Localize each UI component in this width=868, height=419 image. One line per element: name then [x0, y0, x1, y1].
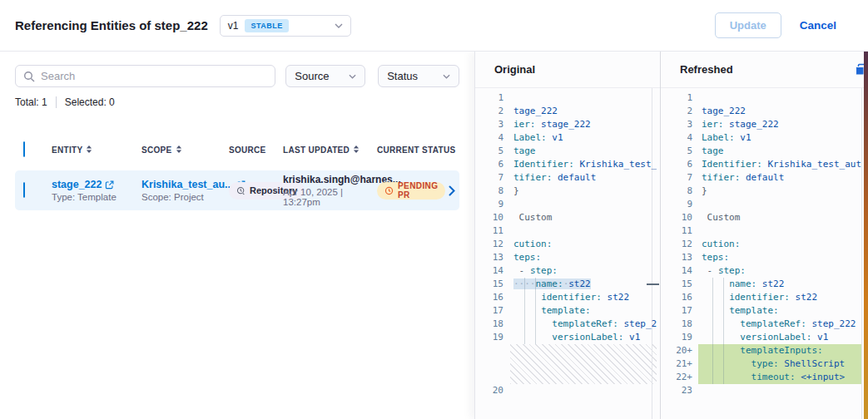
code-line: 12cution: — [661, 238, 868, 251]
background-page-edge — [864, 52, 868, 419]
update-button[interactable]: Update — [715, 12, 781, 38]
code-line: 6Identifier: Krishika_test_aut — [475, 158, 660, 171]
refreshed-title: Refreshed — [680, 63, 733, 76]
code-line: 5tage — [661, 145, 868, 158]
search-input[interactable] — [41, 70, 267, 82]
code-line: 1 — [661, 91, 868, 105]
version-select[interactable]: v1 STABLE — [220, 15, 351, 37]
version-label: v1 — [228, 20, 239, 32]
divider — [56, 96, 57, 108]
status-filter-label: Status — [387, 70, 418, 82]
chevron-down-icon — [335, 23, 343, 28]
column-source: SOURCE — [229, 145, 266, 155]
code-line: 20 — [475, 384, 660, 397]
external-link-icon[interactable] — [105, 180, 114, 190]
code-line: 1 — [475, 91, 660, 105]
page-title: Referencing Entities of step_222 — [15, 18, 208, 32]
clock-icon — [384, 186, 394, 195]
code-line: 18 templateRef: step_222 — [475, 318, 660, 331]
refreshed-code-editor[interactable]: 12tage_2223ier: stage_2224Label: v15tage… — [661, 88, 868, 419]
column-current-status: CURRENT STATUS — [377, 145, 455, 155]
row-checkbox[interactable] — [23, 182, 25, 198]
cancel-button[interactable]: Cancel — [800, 19, 836, 32]
total-count: Total: 1 — [15, 96, 47, 108]
entities-panel: Source Status Total: 1 Selected: 0 ENTIT… — [0, 52, 474, 419]
code-line: 3ier: stage_222 — [475, 118, 660, 131]
chevron-right-icon[interactable] — [445, 182, 459, 200]
original-code-editor[interactable]: 12tage_2223ier: stage_2224Label: v15tage… — [475, 88, 660, 419]
status-badge: PENDING PR — [377, 182, 445, 200]
code-line: 17 template: — [475, 304, 660, 318]
original-pane: Original 12tage_2223ier: stage_2224Label… — [475, 52, 661, 419]
repository-icon — [236, 186, 246, 195]
selected-count: Selected: 0 — [65, 96, 115, 108]
select-all-checkbox[interactable] — [23, 141, 25, 157]
sort-icon[interactable] — [86, 145, 92, 155]
code-line: 21+ type: ShellScript — [661, 357, 868, 371]
code-line: 16 identifier: st22 — [661, 291, 868, 304]
code-line: 19 versionLabel: v1 — [661, 331, 868, 344]
code-line: 11 — [661, 224, 868, 238]
search-box[interactable] — [15, 65, 275, 87]
code-line: 14 - step: — [475, 264, 660, 278]
original-title: Original — [494, 63, 535, 76]
indent-guide — [524, 278, 525, 344]
code-line: 14 - step: — [661, 264, 868, 278]
entity-type: Type: Template — [52, 192, 141, 202]
column-entity: ENTITY — [52, 145, 82, 155]
code-line: 11 — [475, 224, 660, 238]
code-line: 22+ timeout: <+input> — [661, 371, 868, 384]
code-line: 4Label: v1 — [661, 131, 868, 145]
source-filter-label: Source — [295, 70, 329, 82]
code-line: 3ier: stage_222 — [661, 118, 868, 131]
code-line: 18 templateRef: step_222 — [661, 318, 868, 331]
code-line: 9 — [661, 198, 868, 211]
code-line: 4Label: v1 — [475, 131, 660, 145]
code-line: 13teps: — [475, 251, 660, 264]
table-header: ENTITY SCOPE SOURCE LAST UPDATED CURRENT… — [15, 142, 459, 157]
code-line: 10 Custom — [661, 211, 868, 224]
code-line: 20+ templateInputs: — [661, 344, 868, 357]
sort-icon[interactable] — [353, 145, 360, 155]
code-line: 23 — [661, 384, 868, 397]
dialog-header: Referencing Entities of step_222 v1 STAB… — [0, 0, 868, 52]
code-line: 16 identifier: st22 — [475, 291, 660, 304]
code-line: 10 Custom — [475, 211, 660, 224]
code-line: 13teps: — [661, 251, 868, 264]
code-line: 6Identifier: Krishika_test_aut — [661, 158, 868, 171]
entity-name-link[interactable]: stage_222 — [52, 179, 102, 190]
sort-icon[interactable] — [176, 145, 182, 155]
code-line: 8} — [475, 185, 660, 198]
code-line: 19 versionLabel: v1 — [475, 331, 660, 344]
code-line: 12cution: — [475, 238, 660, 251]
source-filter-dropdown[interactable]: Source — [285, 65, 365, 87]
updated-at: Apr 10, 2025 | 13:27pm — [283, 187, 377, 207]
column-scope: SCOPE — [141, 145, 172, 155]
code-line: 15 name: st22 — [661, 278, 868, 291]
indent-guide — [723, 278, 724, 384]
cursor-position-marker — [647, 283, 659, 285]
diff-panel: Original 12tage_2223ier: stage_2224Label… — [474, 52, 868, 419]
chevron-down-icon — [349, 74, 356, 79]
code-line: 7tifier: default — [475, 171, 660, 185]
status-filter-dropdown[interactable]: Status — [378, 65, 459, 87]
updated-by: krishika.singh@harnes... — [283, 174, 377, 185]
code-line: 7tifier: default — [661, 171, 868, 185]
refreshed-pane: Refreshed 12tage_2223ier: stage_2224Labe… — [661, 52, 868, 419]
code-line: 9 — [475, 198, 660, 211]
code-line: 15····name:·st22 — [475, 278, 660, 291]
indent-guide — [535, 278, 536, 344]
column-last-updated: LAST UPDATED — [283, 145, 350, 155]
code-line: 5tage — [475, 145, 660, 158]
indent-guide — [712, 278, 713, 384]
scope-sub: Scope: Project — [141, 192, 229, 202]
chevron-down-icon — [443, 74, 450, 79]
code-line — [475, 344, 660, 384]
code-line: 8} — [661, 185, 868, 198]
code-line: 17 template: — [661, 304, 868, 318]
table-row[interactable]: stage_222 Type: Template Krishika_test_a… — [15, 170, 459, 210]
code-line: 2tage_222 — [475, 105, 660, 118]
search-icon — [23, 71, 35, 82]
scope-name-link[interactable]: Krishika_test_au... — [141, 179, 233, 190]
code-line: 2tage_222 — [661, 105, 868, 118]
